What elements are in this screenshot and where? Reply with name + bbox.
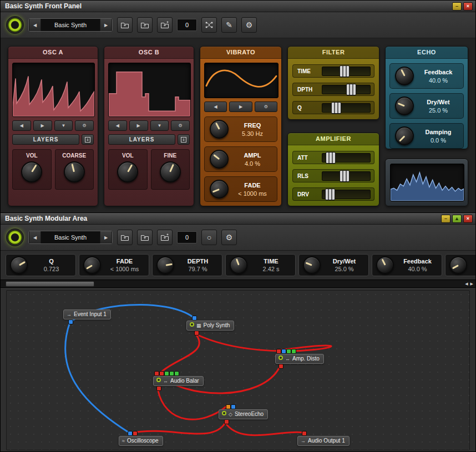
depth-param-knob[interactable] — [156, 256, 174, 274]
drywet-param-knob[interactable] — [303, 256, 321, 274]
node-audio-balancer[interactable]: ↔Audio Balar — [153, 376, 204, 386]
maximize-button[interactable]: ▲ — [452, 215, 462, 223]
event-in-port[interactable] — [192, 316, 197, 321]
event-in-port[interactable] — [281, 349, 286, 354]
circle-button[interactable]: ○ — [201, 230, 217, 245]
mod-in-port[interactable] — [286, 349, 291, 354]
routing-button[interactable] — [201, 17, 217, 33]
audio-in-port[interactable] — [276, 349, 281, 354]
vibrato-settings-button[interactable]: ⚙ — [255, 101, 277, 112]
settings-button[interactable]: ⚙ — [221, 230, 237, 245]
event-out-port[interactable] — [68, 319, 73, 324]
node-audio-output[interactable]: →Audio Output 1 — [297, 436, 350, 446]
audio-out-port[interactable] — [278, 364, 283, 369]
node-power-led[interactable] — [156, 378, 161, 382]
node-event-input[interactable]: →Event Input 1 — [63, 309, 111, 319]
q-param-knob[interactable] — [10, 256, 28, 274]
preset-load-button[interactable] — [117, 17, 133, 33]
horizontal-scrollbar[interactable]: ◀ ▶ — [1, 280, 475, 288]
dpth-slider[interactable] — [322, 85, 371, 94]
settings-button[interactable]: ⚙ — [241, 17, 257, 33]
feedback-param-knob[interactable] — [376, 256, 394, 274]
audio-out-port[interactable] — [194, 331, 199, 336]
osc-a-coarse-knob[interactable] — [64, 161, 85, 182]
preset-name[interactable]: Basic Synth — [41, 22, 100, 28]
mod-in-port[interactable] — [291, 349, 296, 354]
osc-a-layers-button[interactable]: LAYERS — [12, 134, 79, 145]
audio-in-port[interactable] — [133, 431, 138, 436]
node-power-led[interactable] — [190, 322, 194, 327]
fade-knob[interactable] — [210, 180, 229, 199]
osc-a-menu-button[interactable]: ▼ — [54, 120, 73, 131]
osc-a-next-button[interactable]: ▶ — [33, 120, 52, 131]
slider-handle[interactable] — [331, 102, 341, 114]
edit-button[interactable]: ✎ — [221, 17, 237, 33]
fade-param-knob[interactable] — [83, 256, 101, 274]
slider-handle[interactable] — [340, 65, 350, 77]
power-button[interactable] — [6, 16, 24, 34]
drv-slider[interactable] — [322, 190, 371, 199]
scroll-left-arrow[interactable]: ◀ — [465, 282, 468, 286]
audio-in-port[interactable] — [302, 431, 307, 436]
preset-next-button[interactable]: ▶ — [100, 231, 112, 243]
vibrato-wave-display[interactable] — [204, 63, 278, 98]
event-in-port[interactable] — [128, 431, 133, 436]
damping-knob[interactable] — [395, 126, 414, 145]
osc-b-fine-knob[interactable] — [160, 161, 181, 182]
counter-display[interactable]: 0 — [177, 231, 197, 243]
preset-save-button[interactable] — [137, 17, 153, 33]
osc-b-prev-button[interactable]: ◀ — [108, 120, 127, 131]
osc-b-next-button[interactable]: ▶ — [129, 120, 148, 131]
slider-handle[interactable] — [325, 189, 335, 200]
osc-b-wave-display[interactable] — [108, 63, 191, 117]
osc-a-wave-display[interactable] — [12, 63, 95, 117]
osc-b-layers-add-button[interactable] — [178, 134, 190, 145]
osc-b-vol-knob[interactable] — [117, 161, 138, 182]
audio-out-port[interactable] — [224, 419, 229, 424]
preset-selector[interactable]: ◀ Basic Synth ▶ — [28, 18, 113, 32]
minimize-button[interactable]: – — [452, 2, 462, 11]
osc-b-layers-button[interactable]: LAYERS — [108, 134, 175, 145]
mod-in-port[interactable] — [174, 371, 179, 376]
close-button[interactable]: × — [463, 2, 473, 11]
osc-a-settings-button[interactable]: ⚙ — [75, 120, 94, 131]
q-slider[interactable] — [322, 103, 371, 113]
preset-load-button[interactable] — [117, 230, 133, 245]
rls-slider[interactable] — [322, 171, 371, 181]
node-power-led[interactable] — [278, 355, 283, 360]
counter-display[interactable]: 0 — [177, 19, 197, 31]
drywet-knob[interactable] — [395, 97, 414, 115]
osc-b-menu-button[interactable]: ▼ — [150, 120, 169, 131]
preset-save-as-button[interactable] — [157, 17, 173, 33]
modular-graph-canvas[interactable]: →Event Input 1 ▦Poly Synth ↔Amp. Disto ↔… — [6, 290, 470, 450]
minimize-button[interactable]: – — [441, 215, 450, 223]
scroll-right-arrow[interactable]: ▶ — [470, 282, 473, 286]
osc-b-settings-button[interactable]: ⚙ — [171, 120, 190, 131]
aux-in-port[interactable] — [226, 404, 231, 409]
slider-handle[interactable] — [340, 170, 350, 182]
power-button[interactable] — [6, 228, 24, 246]
osc-a-vol-knob[interactable] — [21, 161, 42, 182]
front-panel-titlebar[interactable]: Basic Synth Front Panel – × — [1, 1, 475, 12]
event-in-port[interactable] — [231, 404, 236, 409]
close-button[interactable]: × — [463, 215, 473, 223]
att-slider[interactable] — [322, 153, 371, 162]
time-param-knob[interactable] — [230, 256, 247, 274]
mod-in-port[interactable] — [169, 371, 174, 376]
slider-handle[interactable] — [346, 84, 356, 95]
preset-save-as-button[interactable] — [157, 230, 173, 245]
slider-handle[interactable] — [326, 152, 336, 164]
ampl-knob[interactable] — [210, 150, 229, 169]
audio-in-port[interactable] — [154, 371, 159, 376]
preset-name[interactable]: Basic Synth — [41, 234, 100, 241]
preset-selector[interactable]: ◀ Basic Synth ▶ — [28, 231, 113, 244]
freq-knob[interactable] — [210, 120, 229, 139]
preset-prev-button[interactable]: ◀ — [29, 231, 41, 243]
time-slider[interactable] — [322, 67, 371, 76]
extra-param-knob[interactable] — [449, 256, 467, 274]
mod-in-port[interactable] — [164, 371, 169, 376]
node-stereo-echo[interactable]: ◇StereoEcho — [219, 409, 268, 419]
osc-a-layers-add-button[interactable] — [82, 134, 94, 145]
audio-out-port[interactable] — [156, 386, 161, 391]
modular-titlebar[interactable]: Basic Synth Modular Area – ▲ × — [1, 213, 475, 225]
